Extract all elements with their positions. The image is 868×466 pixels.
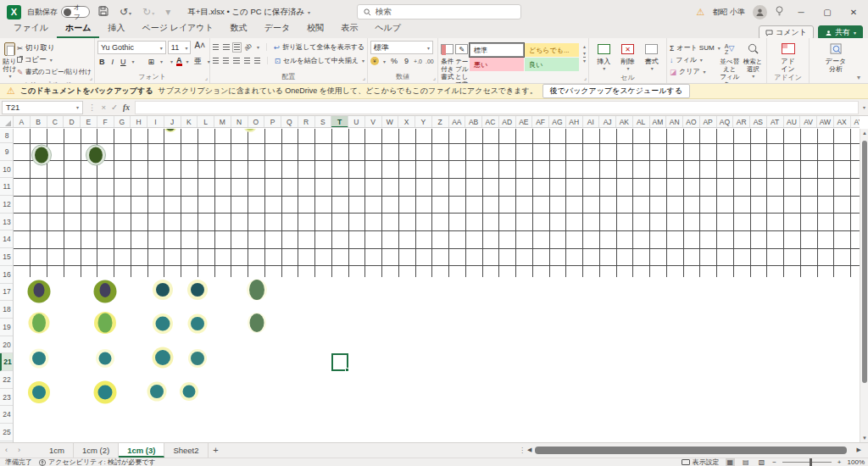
horizontal-scrollbar[interactable]: ⋮ ◀ ▶ — [519, 442, 861, 458]
avatar[interactable] — [753, 5, 767, 19]
cell-style-2[interactable]: 悪い — [470, 58, 524, 71]
insert-cells-button[interactable]: 挿入▾ — [592, 41, 615, 73]
copy-button[interactable]: コピー▾ — [17, 54, 92, 65]
column-header-U[interactable]: U — [348, 116, 365, 128]
column-header-A[interactable]: A — [14, 116, 31, 128]
ribbon-tab-1[interactable]: ホーム — [57, 20, 99, 38]
column-header-AW[interactable]: AW — [817, 116, 834, 128]
column-header-AE[interactable]: AE — [516, 116, 533, 128]
underline-button[interactable]: U — [119, 58, 128, 66]
insert-function-icon[interactable]: fx — [123, 103, 130, 112]
comma-style-icon[interactable]: 9 — [403, 57, 410, 65]
undo-icon[interactable]: ↺▾ — [117, 6, 134, 18]
sheet-shape-13[interactable] — [248, 313, 266, 333]
row-header-15[interactable]: 15 — [0, 248, 14, 266]
row-header-16[interactable]: 16 — [0, 266, 14, 284]
align-center-icon[interactable] — [223, 58, 229, 64]
warning-icon[interactable]: ⚠ — [697, 7, 705, 18]
zoom-slider-thumb[interactable] — [810, 458, 812, 466]
quick-access-more-icon[interactable]: ▾ — [163, 6, 173, 18]
row-header-22[interactable]: 22 — [0, 371, 14, 389]
align-right-icon[interactable] — [233, 58, 239, 64]
column-header-M[interactable]: M — [214, 116, 231, 128]
horizontal-scroll-thumb[interactable] — [535, 447, 847, 454]
sheet-shape-2[interactable] — [164, 129, 177, 132]
column-header-AV[interactable]: AV — [800, 116, 817, 128]
sheet-shape-1[interactable] — [86, 145, 106, 165]
column-header-R[interactable]: R — [298, 116, 315, 128]
column-header-AP[interactable]: AP — [700, 116, 717, 128]
column-header-AH[interactable]: AH — [566, 116, 583, 128]
sheet-shape-12[interactable] — [188, 314, 208, 334]
formula-input[interactable] — [135, 101, 859, 114]
column-header-D[interactable]: D — [64, 116, 81, 128]
row-header-13[interactable]: 13 — [0, 214, 14, 231]
column-header-AB[interactable]: AB — [465, 116, 482, 128]
clear-button[interactable]: ◪クリア▾ — [670, 66, 717, 77]
sheet-tab-1[interactable]: 1cm (2) — [74, 443, 119, 458]
sheet-shape-19[interactable] — [94, 381, 117, 404]
sheet-shape-16[interactable] — [153, 347, 174, 369]
autosave-switch[interactable]: オフ — [61, 6, 90, 18]
font-size-select[interactable]: 11▾ — [168, 41, 192, 54]
sheet-shape-5[interactable] — [94, 280, 117, 303]
sheet-tab-2[interactable]: 1cm (3) — [119, 443, 164, 458]
format-painter-button[interactable]: ✎書式のコピー/貼り付け — [17, 66, 92, 77]
cut-button[interactable]: ✂切り取り — [17, 42, 92, 53]
autosave-toggle[interactable]: 自動保存 オフ — [27, 6, 90, 18]
cancel-entry-icon[interactable]: × — [102, 103, 107, 112]
alignment-dialog-launcher[interactable]: ⌟ — [363, 75, 365, 81]
scroll-right-icon[interactable]: ▶ — [857, 447, 861, 453]
row-header-10[interactable]: 10 — [0, 161, 14, 179]
styles-dialog-launcher[interactable]: ⌟ — [584, 75, 587, 81]
page-layout-view-icon[interactable]: ▤ — [741, 458, 751, 466]
row-header-18[interactable]: 18 — [0, 301, 14, 319]
maximize-button[interactable]: ▢ — [818, 8, 837, 17]
clipboard-dialog-launcher[interactable]: ⌟ — [90, 75, 92, 81]
conditional-formatting-button[interactable]: 条件付き書式 ▾ — [441, 41, 454, 84]
sheet-shape-18[interactable] — [28, 381, 50, 403]
column-header-C[interactable]: C — [47, 116, 64, 128]
borders-icon[interactable]: ⊞ — [147, 58, 157, 66]
vertical-scrollbar[interactable]: ▲ ▼ — [860, 129, 868, 442]
number-format-select[interactable]: 標準▾ — [370, 41, 433, 54]
sheet-shape-14[interactable] — [30, 349, 49, 369]
column-header-O[interactable]: O — [248, 116, 265, 128]
increase-indent-icon[interactable] — [254, 58, 260, 64]
fill-button[interactable]: ↓フィル▾ — [670, 54, 717, 65]
scroll-left-icon[interactable]: ◀ — [527, 447, 531, 453]
backup-schedule-button[interactable]: 後でバックアップをスケジュールする — [542, 84, 690, 98]
minimize-button[interactable]: ─ — [792, 8, 810, 17]
column-header-J[interactable]: J — [164, 116, 181, 128]
phonetic-icon[interactable]: 亜 — [192, 56, 203, 67]
sheet-tab-0[interactable]: 1cm — [41, 443, 74, 458]
column-header-AU[interactable]: AU — [784, 116, 801, 128]
excel-app-icon[interactable]: X — [7, 5, 21, 19]
column-header-AS[interactable]: AS — [750, 116, 767, 128]
data-analysis-button[interactable]: データ 分析 — [821, 41, 851, 73]
align-left-icon[interactable] — [213, 58, 219, 64]
column-header-AX[interactable]: AX — [834, 116, 851, 128]
column-header-AI[interactable]: AI — [583, 116, 600, 128]
row-header-14[interactable]: 14 — [0, 231, 14, 249]
row-header-20[interactable]: 20 — [0, 336, 14, 354]
cell-style-3[interactable]: 良い — [525, 58, 579, 71]
ribbon-tab-3[interactable]: ページ レイアウト — [133, 20, 221, 38]
name-box[interactable]: T21 ▾ — [2, 101, 83, 114]
column-header-AF[interactable]: AF — [532, 116, 549, 128]
ribbon-tab-8[interactable]: ヘルプ — [366, 20, 409, 38]
column-header-AJ[interactable]: AJ — [599, 116, 616, 128]
column-header-AD[interactable]: AD — [499, 116, 516, 128]
sheet-shape-3[interactable] — [243, 129, 257, 132]
column-header-X[interactable]: X — [398, 116, 415, 128]
column-header-L[interactable]: L — [198, 116, 214, 128]
ribbon-tab-4[interactable]: 数式 — [222, 20, 256, 38]
paste-button[interactable]: 貼り付け ▾ — [3, 41, 17, 80]
font-dialog-launcher[interactable]: ⌟ — [205, 75, 208, 81]
column-header-AL[interactable]: AL — [633, 116, 650, 128]
column-header-AN[interactable]: AN — [666, 116, 683, 128]
format-as-table-button[interactable]: ✎ テーブルとして書式設定 ▾ — [454, 41, 470, 84]
sheet-tab-3[interactable]: Sheet2 — [164, 443, 208, 458]
gallery-down-icon[interactable]: ▾ — [583, 50, 586, 56]
column-header-T[interactable]: T — [331, 116, 348, 128]
